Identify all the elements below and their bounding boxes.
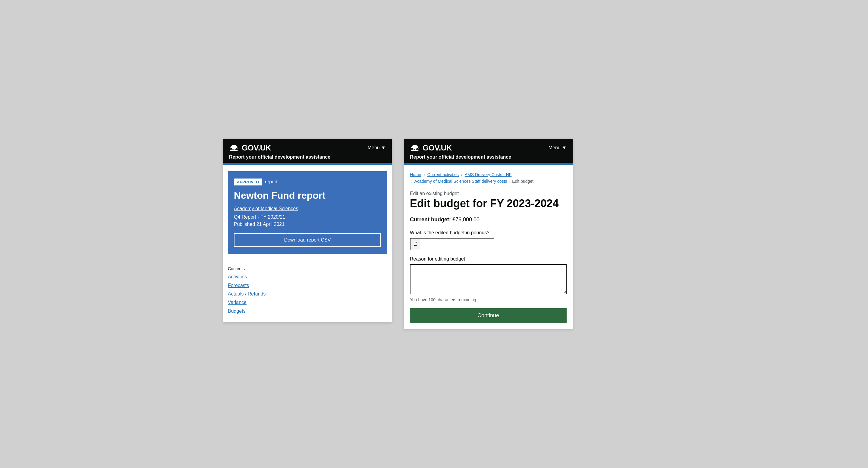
screens-container: GOV.UK Menu ▼ Report your official devel… [223,139,645,329]
org-link[interactable]: Academy of Medical Sciences [234,206,381,211]
screen-2: GOV.UK Menu ▼ Report your official devel… [404,139,572,329]
crown-icon-1 [229,144,239,152]
reason-textarea[interactable] [410,264,567,294]
govuk-header-1: GOV.UK Menu ▼ Report your official devel… [223,139,392,163]
current-budget-value: £76,000.00 [453,216,479,223]
reason-label: Reason for editing budget [410,256,567,262]
breadcrumb-current-page: Edit budget [512,178,533,184]
blue-bar-1 [223,163,392,165]
budget-input[interactable] [421,238,497,250]
govuk-logo-text-2: GOV.UK [423,143,452,153]
reason-input-group: Reason for editing budget You have 100 c… [410,256,567,302]
current-budget: Current budget: £76,000.00 [410,216,567,223]
char-count: You have 100 characters remaining [410,297,567,302]
contents-item-forecasts[interactable]: Forecasts [228,282,387,289]
breadcrumb-ams-staff[interactable]: Academy of Medical Sciences Staff delive… [414,178,507,184]
contents-item-budgets[interactable]: Budgets [228,308,387,315]
menu-button-1[interactable]: Menu ▼ [368,145,386,150]
report-label: report [265,179,278,184]
report-period: Q4 Report - FY 2020/21 [234,214,381,220]
service-name-2: Report your official development assista… [410,154,567,160]
budget-input-group: What is the edited budget in pounds? £ [410,230,567,250]
blue-bar-2 [404,163,572,165]
contents-label: Contents [228,266,387,271]
report-hero: APPROVED report Newton Fund report Acade… [228,171,387,254]
report-published: Published 21 April 2021 [234,222,381,227]
budget-input-wrapper: £ [410,238,494,250]
current-budget-label: Current budget: [410,216,451,223]
report-title: Newton Fund report [234,190,381,201]
screen-1: GOV.UK Menu ▼ Report your official devel… [223,139,392,322]
budget-question-label: What is the edited budget in pounds? [410,230,567,235]
chevron-icon-1: › [424,172,425,177]
chevron-icon-2: › [461,172,463,177]
contents-item-variance[interactable]: Variance [228,299,387,306]
contents-section: Contents Activities Forecasts Actuals / … [223,260,392,322]
breadcrumb-ams-delivery[interactable]: AMS Delivery Costs - NF [465,172,512,177]
approved-badge: APPROVED [234,178,262,185]
breadcrumb-current-activities[interactable]: Current activities [427,172,459,177]
continue-button[interactable]: Continue [410,308,567,323]
menu-button-2[interactable]: Menu ▼ [549,145,567,150]
govuk-header-2: GOV.UK Menu ▼ Report your official devel… [404,139,572,163]
breadcrumb-home[interactable]: Home [410,172,421,177]
breadcrumb: Home › Current activities › AMS Delivery… [410,171,567,185]
govuk-logo-text-1: GOV.UK [242,143,271,153]
contents-nav: Activities Forecasts Actuals / Refunds V… [228,273,387,315]
currency-prefix: £ [410,238,421,250]
govuk-logo-1[interactable]: GOV.UK [229,143,271,153]
svg-rect-0 [230,150,238,151]
crown-icon-2 [410,144,420,152]
badge-row: APPROVED report [234,178,381,185]
contents-item-actuals[interactable]: Actuals / Refunds [228,291,387,297]
form-title: Edit budget for FY 2023-2024 [410,198,567,210]
svg-rect-1 [411,150,418,151]
contents-item-activities[interactable]: Activities [228,273,387,280]
govuk-logo-2[interactable]: GOV.UK [410,143,452,153]
chevron-icon-4: › [509,178,510,184]
chevron-icon-3: › [411,178,412,184]
screen2-body: Home › Current activities › AMS Delivery… [404,165,572,329]
download-report-button[interactable]: Download report CSV [234,233,381,247]
form-subtitle: Edit an existing budget [410,191,567,196]
service-name-1: Report your official development assista… [229,154,386,160]
